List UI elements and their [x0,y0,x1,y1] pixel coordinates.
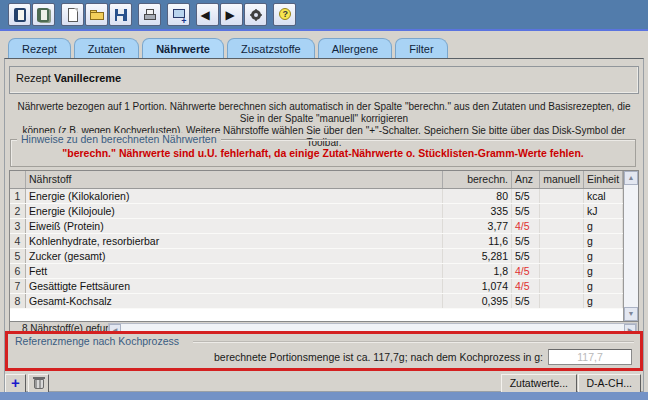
table-row[interactable]: 8Gesamt-Kochsalz0,3955/5g [10,294,623,309]
cell-name: Zucker (gesamt) [26,249,443,263]
tab-naehrwerte[interactable]: Nährwerte [142,38,224,59]
reference-groupbox: Referenzmenge nach Kochprozess berechnet… [5,331,643,371]
tab-rezept[interactable]: Rezept [8,38,71,59]
cell-name: Energie (Kilokalorien) [26,189,443,203]
monitor-plus-icon [171,7,187,23]
cell-anz: 5/5 [512,189,540,203]
cell-man [540,264,584,278]
table-row[interactable]: 7Gesättigte Fettsäuren1,0744/5g [10,279,623,294]
cell-num: 2 [10,204,26,218]
cell-name: Fett [26,264,443,278]
printer-icon [142,7,158,23]
delete-nutrient-button[interactable] [28,374,49,393]
save-floppy-icon [113,7,129,23]
warning-text: "berechn." Nährwerte sind u.U. fehlerhaf… [11,147,635,159]
trash-icon [33,377,45,390]
cell-man [540,294,584,308]
cell-anz: 5/5 [512,204,540,218]
recipe-title-panel: Rezept Vanillecreme [9,66,639,94]
tab-filter[interactable]: Filter [395,38,447,59]
table-body: 1Energie (Kilokalorien)805/5kcal2Energie… [10,189,623,309]
previous-button[interactable] [196,3,219,26]
tab-zusatzstoffe[interactable]: Zusatzstoffe [227,38,315,59]
open-button[interactable] [85,3,108,26]
portion-label: berechnete Portionsmenge ist ca. 117,7g;… [214,351,543,363]
toolbar [0,0,648,31]
cell-anz: 5/5 [512,249,540,263]
table-row[interactable]: 6Fett1,84/5g [10,264,623,279]
reference-title: Referenzmenge nach Kochprozess [15,335,179,347]
cell-ber: 11,6 [443,234,512,248]
print-preview-button[interactable] [167,3,190,26]
recipe-name: Vanillecreme [54,72,121,84]
recipe-book-icon [12,7,28,23]
recipe-books-button[interactable] [32,3,55,26]
save-button[interactable] [109,3,132,26]
vertical-scrollbar[interactable]: ▲ ▼ [623,171,638,321]
table-row[interactable]: 3Eiweiß (Protein)3,774/5g [10,219,623,234]
cell-ber: 0,395 [443,294,512,308]
scroll-down-button[interactable]: ▼ [624,307,638,321]
cell-anz: 4/5 [512,264,540,278]
header-anz: Anz [512,171,540,188]
header-row-number [10,171,26,188]
table-row[interactable]: 4Kohlenhydrate, resorbierbar11,65/5g [10,234,623,249]
help-button[interactable] [273,3,296,26]
gear-icon [248,7,264,23]
info-line-1: Nährwerte bezogen auf 1 Portion. Nährwer… [12,101,636,125]
header-berechn: berechn. [443,171,512,188]
table-row[interactable]: 5Zucker (gesamt)5,2815/5g [10,249,623,264]
cell-ein: kcal [584,189,623,203]
add-nutrient-button[interactable]: + [5,374,26,393]
new-document-icon [65,7,81,23]
cell-name: Gesättigte Fettsäuren [26,279,443,293]
table-row[interactable]: 2Energie (Kilojoule)3355/5kJ [10,204,623,219]
recipe-label: Rezept [16,72,51,84]
arrow-right-icon [224,7,240,23]
cell-num: 4 [10,234,26,248]
tab-zutaten[interactable]: Zutaten [74,38,139,59]
hinweise-title: Hinweise zu den berechneten Nährwerten [17,133,221,145]
print-button[interactable] [138,3,161,26]
cell-name: Energie (Kilojoule) [26,204,443,218]
groupbox-border-line [193,341,634,342]
cell-ein: g [584,249,623,263]
cell-man [540,234,584,248]
header-manuell: manuell [540,171,584,188]
new-button[interactable] [61,3,84,26]
cell-ber: 1,074 [443,279,512,293]
cell-name: Kohlenhydrate, resorbierbar [26,234,443,248]
window-bottom-strip [0,392,648,400]
table-header: Nährstoff berechn. Anz manuell Einheit [10,171,623,189]
recipe-book-button[interactable] [8,3,31,26]
cell-ein: g [584,219,623,233]
settings-button[interactable] [244,3,267,26]
cell-ein: kJ [584,204,623,218]
cell-anz: 4/5 [512,219,540,233]
cell-num: 8 [10,294,26,308]
dach-button[interactable]: D-A-CH... [578,374,642,393]
cell-man [540,189,584,203]
cell-num: 7 [10,279,26,293]
cell-ber: 3,77 [443,219,512,233]
cell-name: Eiweiß (Protein) [26,219,443,233]
cell-man [540,249,584,263]
cell-anz: 5/5 [512,234,540,248]
portion-input[interactable] [548,349,632,365]
zutatwerte-button[interactable]: Zutatwerte... [501,374,577,393]
cell-ber: 1,8 [443,264,512,278]
recipe-app-window: RezeptZutatenNährwerteZusatzstoffeAllerg… [0,0,648,400]
tab-allergene[interactable]: Allergene [318,38,392,59]
cell-num: 1 [10,189,26,203]
cell-num: 6 [10,264,26,278]
help-icon [277,7,293,23]
cell-name: Gesamt-Kochsalz [26,294,443,308]
cell-ein: g [584,234,623,248]
cell-anz: 5/5 [512,294,540,308]
cell-man [540,279,584,293]
table-row[interactable]: 1Energie (Kilokalorien)805/5kcal [10,189,623,204]
cell-ber: 335 [443,204,512,218]
scroll-up-button[interactable]: ▲ [624,171,638,185]
next-button[interactable] [220,3,243,26]
nutrient-table: Nährstoff berechn. Anz manuell Einheit 1… [9,170,639,322]
